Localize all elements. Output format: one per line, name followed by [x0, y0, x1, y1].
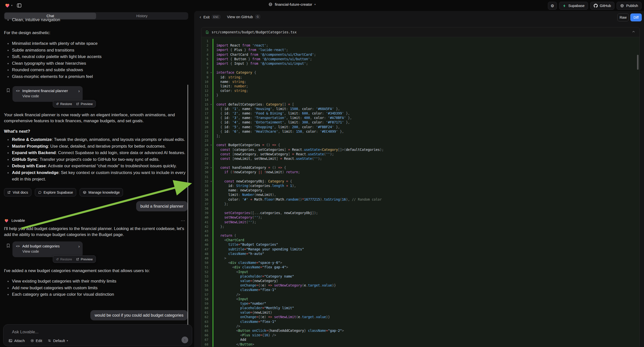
user-message-1: build a financial planner — [136, 201, 188, 211]
code-line: 6import { Input } from '@/components/ui/… — [202, 62, 640, 66]
chevron-right-icon: › — [78, 89, 80, 93]
external-link-icon — [76, 258, 79, 261]
arrow-up-icon: ↑ — [184, 338, 186, 342]
version-card-add-budget-categories[interactable]: <> Add budget categories › View code ↺ R… — [12, 242, 83, 257]
code-line: 25 const [categories, setCategories] = R… — [202, 148, 640, 152]
composer-toolbar: Attach Edit Default ▾ — [8, 338, 68, 343]
code-line: 17 { id: '2', name: 'Food & Dining', lim… — [202, 111, 640, 116]
app-window: ▾ financial-future-creator ▾ ⚙ Supabase — [0, 0, 644, 347]
version-card-title: Implement financial planner — [22, 88, 68, 93]
code-line: 50 <div className="space-y-6"> — [202, 260, 640, 265]
raw-toggle-button[interactable]: Raw — [617, 14, 629, 22]
visit-docs-button[interactable]: Visit docs — [4, 188, 31, 196]
settings-button[interactable]: ⚙ — [548, 2, 557, 10]
project-switcher[interactable]: financial-future-creator ▾ — [268, 2, 316, 6]
view-code-link[interactable]: View code — [22, 94, 79, 98]
chat-bubble-icon — [38, 191, 42, 194]
code-line: 19 { id: '4', name: 'Entertainment', lim… — [202, 120, 640, 125]
esc-shortcut-badge: ESC — [212, 15, 220, 19]
publish-globe-icon — [620, 4, 624, 8]
code-line: 4import ChartCard from '@/components/ui/… — [202, 52, 640, 57]
github-button[interactable]: GitHub — [590, 2, 614, 10]
attach-button[interactable]: Attach — [8, 338, 25, 343]
supabase-bolt-icon — [562, 4, 566, 8]
code-editor[interactable]: 12import React from 'react';3import { Pl… — [202, 37, 640, 347]
code-scrollbar[interactable] — [637, 55, 638, 70]
code-line: 62 onChange={(e) => setNewLimit(e.target… — [202, 315, 640, 319]
edit-mode-button[interactable]: Edit — [30, 338, 42, 343]
code-line: 37 }; — [202, 202, 640, 206]
diff-toggle-button[interactable]: Diff — [630, 14, 642, 22]
collapse-file-button[interactable] — [632, 30, 636, 34]
restore-icon: ↺ — [56, 258, 59, 261]
code-line: 3import { Plus } from 'lucide-react'; — [202, 48, 640, 52]
design-bullet-list: Minimalist interface with plenty of whit… — [4, 40, 189, 80]
view-on-github-button[interactable]: View on GitHub G — [227, 15, 260, 19]
code-line: 54 value={newCategory} — [202, 279, 640, 283]
version-card-title: Add budget categories — [22, 244, 60, 248]
restore-button[interactable]: ↺ Restore — [56, 102, 72, 106]
code-view-header: ‹ Exit ESC View on GitHub G Raw Diff — [194, 11, 644, 26]
lovable-heart-icon — [4, 2, 10, 8]
send-button[interactable]: ↑ — [182, 336, 188, 343]
code-line: 28 — [202, 161, 640, 166]
file-added-icon — [205, 30, 209, 34]
project-title: financial-future-creator — [275, 2, 312, 6]
chat-input[interactable]: Ask Lovable... — [12, 330, 38, 334]
publish-button[interactable]: Publish — [616, 2, 642, 10]
code-line: 32▾ const newCategoryObj: Category = { — [202, 179, 640, 184]
list-item: Debug with Ease: Activate our experiment… — [4, 163, 186, 170]
explore-supabase-button[interactable]: Explore Supabase — [35, 188, 76, 196]
image-icon — [8, 339, 12, 343]
list-item: Clean, intuitive navigation — [4, 17, 189, 24]
github-label: GitHub — [600, 4, 611, 8]
code-line: 41 setNewLimit(''); — [202, 220, 640, 224]
added-section-paragraph: I've added a new budget categories manag… — [4, 268, 189, 274]
manage-knowledge-button[interactable]: Manage knowledge — [80, 188, 123, 196]
code-line: 29▾ const handleAddCategory = () => { — [202, 166, 640, 170]
chat-panel: Chat History Clean, intuitive navigation… — [0, 11, 194, 347]
code-line: 34 name: newCategory, — [202, 188, 640, 193]
version-actions: ↺ Restore Preview — [53, 100, 96, 108]
view-code-link[interactable]: View code — [22, 250, 79, 254]
code-line: 46 title="Budget Categories" — [202, 242, 640, 247]
list-item: GitHub Sync: Transfer your project's cod… — [4, 156, 186, 163]
supabase-button[interactable]: Supabase — [559, 2, 588, 10]
code-line: 55 onChange={(e) => setNewCategory(e.tar… — [202, 283, 640, 288]
list-item: Glass-morphic elements for a premium fee… — [4, 74, 189, 80]
code-line: 52 <Input — [202, 270, 640, 274]
preview-button[interactable]: Preview — [76, 102, 92, 106]
github-icon — [594, 4, 598, 8]
code-line: 10 name: string; — [202, 80, 640, 84]
external-link-icon — [76, 102, 79, 106]
version-card-implement-financial-planner[interactable]: <> Implement financial planner › View co… — [12, 86, 83, 102]
code-line: 47 subtitle="Manage your spending limits… — [202, 247, 640, 252]
target-icon — [30, 339, 34, 342]
code-line: 12 color: string; — [202, 88, 640, 93]
bookmark-icon[interactable] — [6, 244, 10, 248]
package-icon — [83, 191, 86, 194]
code-line: 15▾const defaultCategories: Category[] =… — [202, 102, 640, 107]
chevron-down-icon: ▾ — [314, 3, 316, 6]
exit-button[interactable]: ‹ Exit ESC — [200, 15, 220, 19]
sidebar-toggle-button[interactable] — [16, 3, 22, 8]
code-line: 43 — [202, 229, 640, 234]
whats-next-list: Refine & Customize: Tweak the design, an… — [4, 136, 186, 183]
gear-icon: ⚙ — [551, 4, 554, 8]
restore-button[interactable]: ↺ Restore — [56, 258, 72, 261]
code-line: 65 <Button onClick={handleAddCategory} c… — [202, 328, 640, 333]
file-header[interactable]: src/components/budget/BudgetCategories.t… — [202, 28, 640, 37]
lovable-logo-menu[interactable]: ▾ — [4, 2, 12, 8]
assistant-help-paragraph: I'll help you add budget categories to t… — [4, 226, 187, 238]
preview-button[interactable]: Preview — [76, 258, 92, 261]
message-menu-icon[interactable]: ⋯ — [181, 218, 185, 223]
code-line: 24▾const BudgetCategories = () => { — [202, 143, 640, 147]
bookmark-icon[interactable] — [6, 88, 10, 92]
code-icon: <> — [16, 244, 20, 248]
code-line: 61 value={newLimit} — [202, 310, 640, 315]
chat-scrollbar[interactable] — [188, 85, 188, 325]
chat-composer[interactable]: Ask Lovable... Attach Edit — [3, 324, 192, 346]
lovable-heart-icon — [4, 218, 9, 223]
list-item: View existing budget categories with the… — [4, 278, 189, 285]
model-select[interactable]: Default ▾ — [48, 338, 68, 343]
